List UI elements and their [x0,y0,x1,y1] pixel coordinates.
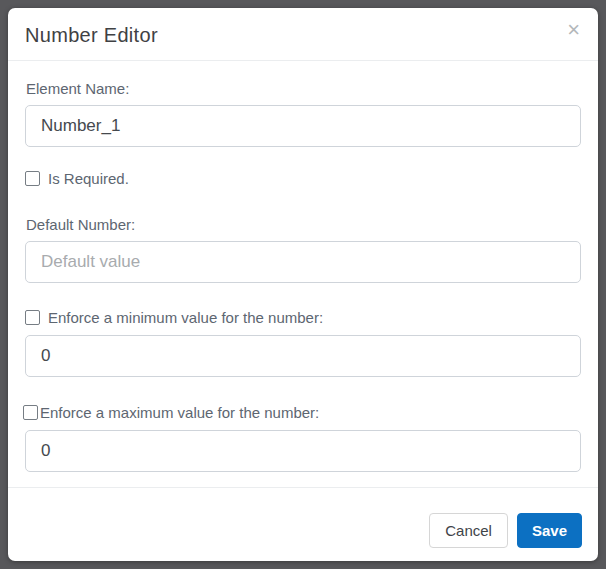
element-name-label: Element Name: [26,80,581,98]
enforce-maximum-label: Enforce a maximum value for the number: [40,404,319,421]
maximum-value-input[interactable] [25,430,581,472]
default-number-input[interactable] [25,241,581,283]
is-required-row[interactable]: Is Required. [25,170,581,187]
enforce-minimum-checkbox[interactable] [25,310,40,325]
element-name-input[interactable] [25,105,581,147]
is-required-checkbox[interactable] [25,171,40,186]
dialog-header: Number Editor × [8,8,598,61]
enforce-maximum-checkbox[interactable] [23,405,38,420]
enforce-minimum-label: Enforce a minimum value for the number: [48,309,323,326]
close-icon[interactable]: × [565,21,582,39]
default-number-label: Default Number: [26,216,581,234]
minimum-value-input[interactable] [25,335,581,377]
number-editor-dialog: Number Editor × Element Name: Is Require… [8,8,598,561]
dialog-footer: Cancel Save [8,487,598,561]
save-button[interactable]: Save [517,513,582,548]
enforce-maximum-row[interactable]: Enforce a maximum value for the number: [25,404,581,421]
is-required-label: Is Required. [48,170,129,187]
dialog-title: Number Editor [25,23,158,47]
cancel-button[interactable]: Cancel [429,513,508,548]
dialog-body: Element Name: Is Required. Default Numbe… [8,61,598,472]
enforce-minimum-row[interactable]: Enforce a minimum value for the number: [25,309,581,326]
